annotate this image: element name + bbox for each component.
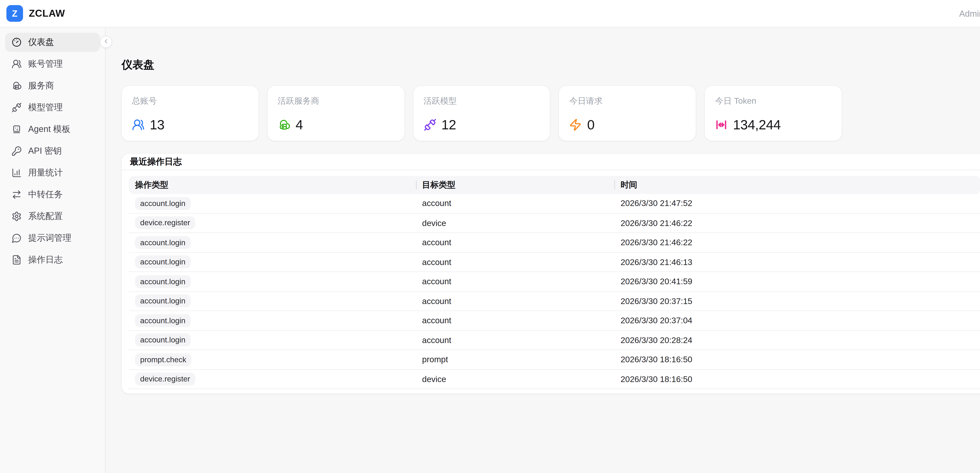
file-text-icon bbox=[11, 255, 22, 265]
action-type-cell: account.login bbox=[129, 197, 416, 210]
stat-card-3: 今日请求0 bbox=[559, 86, 696, 141]
stat-label: 今日请求 bbox=[569, 96, 686, 107]
target-type-cell: account bbox=[416, 316, 614, 325]
time-cell: 2026/3/30 21:46:22 bbox=[614, 237, 980, 247]
stats-grid: 总账号13活跃服务商4活跃模型12今日请求0今日 Token134,244 bbox=[121, 86, 980, 141]
sidebar-item-4[interactable]: Agent 模板 bbox=[5, 120, 100, 139]
target-type-cell: account bbox=[416, 257, 614, 267]
action-type-badge: prompt.check bbox=[135, 353, 191, 366]
page-title: 仪表盘 bbox=[121, 57, 980, 72]
token-width-icon bbox=[715, 118, 728, 131]
stat-label: 活跃模型 bbox=[423, 96, 540, 107]
main-content: 仪表盘 总账号13活跃服务商4活跃模型12今日请求0今日 Token134,24… bbox=[106, 27, 980, 473]
sidebar-collapse-button[interactable] bbox=[100, 36, 112, 48]
stat-card-0: 总账号13 bbox=[121, 86, 258, 141]
stat-label: 总账号 bbox=[132, 96, 248, 107]
time-cell: 2026/3/30 20:37:15 bbox=[614, 296, 980, 306]
stat-value: 13 bbox=[150, 117, 164, 132]
stat-label: 活跃服务商 bbox=[278, 96, 394, 107]
target-type-cell: account bbox=[416, 296, 614, 306]
action-type-cell: device.register bbox=[129, 217, 416, 229]
sidebar-item-3[interactable]: 模型管理 bbox=[5, 98, 100, 117]
time-cell: 2026/3/30 18:16:50 bbox=[614, 355, 980, 365]
sidebar-item-label: 账号管理 bbox=[28, 58, 63, 70]
sidebar-item-9[interactable]: 提示词管理 bbox=[5, 229, 100, 248]
time-cell: 2026/3/30 20:41:59 bbox=[614, 277, 980, 286]
sidebar-item-label: Agent 模板 bbox=[28, 124, 70, 135]
target-type-cell: account bbox=[416, 277, 614, 286]
action-type-cell: account.login bbox=[129, 295, 416, 307]
stat-value: 134,244 bbox=[733, 117, 781, 132]
action-type-cell: account.login bbox=[129, 275, 416, 288]
target-type-cell: account bbox=[416, 199, 614, 208]
sidebar-item-6[interactable]: 用量统计 bbox=[5, 163, 100, 183]
action-type-badge: account.login bbox=[135, 314, 191, 327]
action-type-cell: account.login bbox=[129, 334, 416, 346]
table-row: account.loginaccount2026/3/30 20:37:15 bbox=[129, 291, 980, 311]
brand-name: ZCLAW bbox=[29, 8, 65, 19]
stat-value: 4 bbox=[296, 117, 303, 132]
action-type-cell: prompt.check bbox=[129, 353, 416, 366]
sidebar-item-10[interactable]: 操作日志 bbox=[5, 250, 100, 269]
admin-dashboard: Z ZCLAW Admin 仪表盘账号管理服务商模型管理Agent 模板API … bbox=[0, 0, 980, 473]
table-row: prompt.checkprompt2026/3/30 18:16:50 bbox=[129, 350, 980, 370]
table-row: device.registerdevice2026/3/30 21:46:22 bbox=[129, 213, 980, 233]
logs-column-header-1: 目标类型 bbox=[416, 176, 614, 194]
table-row: device.registerdevice2026/3/30 18:16:50 bbox=[129, 370, 980, 389]
key-icon bbox=[11, 146, 22, 156]
table-row: account.loginaccount2026/3/30 21:46:22 bbox=[129, 233, 980, 253]
sidebar-item-label: 服务商 bbox=[28, 80, 54, 92]
app-header: Z ZCLAW Admin bbox=[0, 0, 980, 27]
table-row: account.loginaccount2026/3/30 21:46:13 bbox=[129, 252, 980, 272]
sidebar-item-7[interactable]: 中转任务 bbox=[5, 185, 100, 204]
sidebar-item-0[interactable]: 仪表盘 bbox=[5, 33, 100, 52]
users-icon bbox=[132, 118, 145, 131]
sidebar: 仪表盘账号管理服务商模型管理Agent 模板API 密钥用量统计中转任务系统配置… bbox=[0, 27, 106, 473]
action-type-cell: account.login bbox=[129, 314, 416, 327]
target-type-cell: device bbox=[416, 374, 614, 384]
table-row: account.loginaccount2026/3/30 20:41:59 bbox=[129, 272, 980, 292]
stat-label: 今日 Token bbox=[715, 96, 831, 107]
action-type-cell: device.register bbox=[129, 373, 416, 385]
gauge-icon bbox=[11, 37, 22, 47]
target-type-cell: prompt bbox=[416, 355, 614, 365]
user-menu[interactable]: Admin bbox=[959, 9, 980, 18]
action-type-badge: account.login bbox=[135, 275, 191, 288]
logs-panel: 最近操作日志 操作类型目标类型时间 account.loginaccount20… bbox=[121, 154, 980, 393]
time-cell: 2026/3/30 21:47:52 bbox=[614, 199, 980, 208]
logs-column-header-2: 时间 bbox=[614, 176, 980, 194]
chevron-left-icon bbox=[102, 37, 109, 47]
target-type-cell: account bbox=[416, 237, 614, 247]
cloud-server-icon bbox=[11, 81, 22, 91]
target-type-cell: device bbox=[416, 218, 614, 228]
cloud-server-icon bbox=[278, 118, 291, 131]
table-row: account.loginaccount2026/3/30 20:28:24 bbox=[129, 331, 980, 350]
message-dots-icon bbox=[11, 233, 22, 243]
action-type-badge: account.login bbox=[135, 236, 191, 249]
table-row: account.loginaccount2026/3/30 21:47:52 bbox=[129, 194, 980, 213]
sidebar-item-label: 模型管理 bbox=[28, 102, 63, 113]
action-type-badge: account.login bbox=[135, 295, 191, 307]
table-row: account.loginaccount2026/3/30 20:37:04 bbox=[129, 311, 980, 331]
logs-table-header: 操作类型目标类型时间 bbox=[129, 176, 980, 194]
sidebar-item-8[interactable]: 系统配置 bbox=[5, 207, 100, 226]
time-cell: 2026/3/30 21:46:22 bbox=[614, 218, 980, 228]
sidebar-item-2[interactable]: 服务商 bbox=[5, 76, 100, 96]
brand-logo-letter: Z bbox=[12, 8, 18, 18]
stat-card-4: 今日 Token134,244 bbox=[705, 86, 842, 141]
sidebar-item-label: API 密钥 bbox=[28, 145, 62, 157]
sidebar-item-label: 仪表盘 bbox=[28, 37, 54, 48]
sidebar-nav: 仪表盘账号管理服务商模型管理Agent 模板API 密钥用量统计中转任务系统配置… bbox=[5, 33, 100, 269]
zap-icon bbox=[569, 118, 582, 131]
brand-logo-icon: Z bbox=[6, 5, 23, 22]
logs-table: 操作类型目标类型时间 account.loginaccount2026/3/30… bbox=[121, 170, 980, 394]
action-type-badge: device.register bbox=[135, 217, 195, 229]
time-cell: 2026/3/30 20:28:24 bbox=[614, 335, 980, 345]
action-type-badge: account.login bbox=[135, 197, 191, 210]
sidebar-item-1[interactable]: 账号管理 bbox=[5, 54, 100, 74]
sidebar-item-5[interactable]: API 密钥 bbox=[5, 142, 100, 161]
logs-table-body: account.loginaccount2026/3/30 21:47:52de… bbox=[129, 194, 980, 389]
arrows-right-left-icon bbox=[11, 190, 22, 200]
users-icon bbox=[11, 59, 22, 69]
brand: Z ZCLAW bbox=[6, 5, 65, 22]
